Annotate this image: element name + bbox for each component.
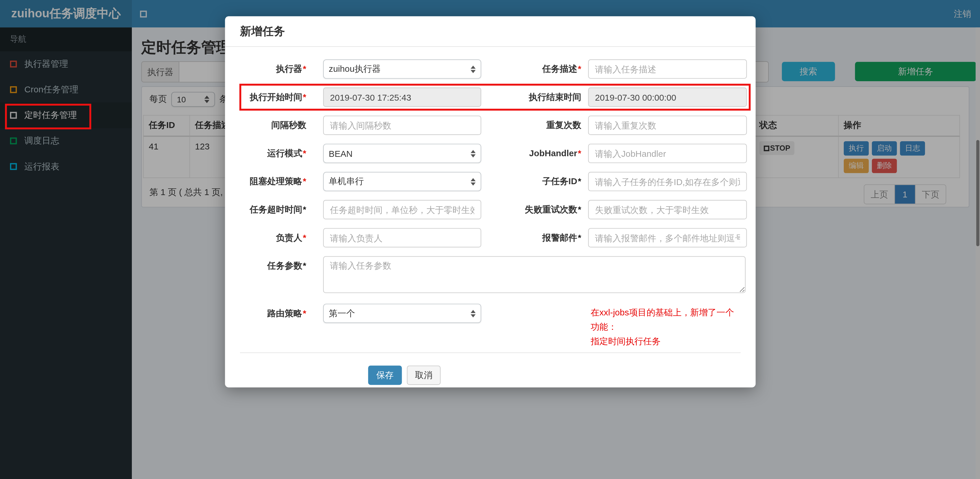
select-arrows-icon xyxy=(471,65,476,73)
log-icon xyxy=(10,137,17,144)
executor-select[interactable]: zuihou执行器 xyxy=(323,59,481,79)
next-page-button[interactable]: 下页 xyxy=(915,185,945,204)
modal-title: 新增任务 xyxy=(240,24,285,39)
required-asterisk: * xyxy=(303,64,306,74)
route-strategy-label: 路由策略* xyxy=(240,304,306,319)
log-button[interactable]: 日志 xyxy=(900,141,925,156)
sidebar-item-run-report[interactable]: 运行报表 xyxy=(0,154,132,179)
child-job-label: 子任务ID* xyxy=(498,172,581,188)
cell-actions: 执行 启动 日志 编辑 删除 xyxy=(838,136,960,178)
alarm-email-label: 报警邮件* xyxy=(498,228,581,243)
modal-body: 执行器* zuihou执行器 任务描述* 执行开始时间* 执行结束时间 间隔秒数… xyxy=(225,47,756,385)
required-asterisk: * xyxy=(578,176,581,186)
retry-input[interactable] xyxy=(588,200,747,220)
interval-input[interactable] xyxy=(323,116,481,135)
job-param-label: 任务参数* xyxy=(240,256,306,272)
report-icon xyxy=(10,163,17,170)
interval-label: 间隔秒数 xyxy=(240,116,306,131)
run-button[interactable]: 执行 xyxy=(844,141,869,156)
logout-link[interactable]: 注销 xyxy=(954,0,971,27)
end-time-label: 执行结束时间 xyxy=(498,88,581,103)
job-handler-label: JobHandler* xyxy=(498,143,581,158)
timeout-input[interactable] xyxy=(323,200,481,220)
start-time-label: 执行开始时间* xyxy=(240,88,306,103)
pagination-info: 第 1 页 ( 总共 1 页, 1 xyxy=(150,187,230,198)
sidebar-item-label: 定时任务管理 xyxy=(24,110,77,121)
sidebar-item-label: 调度日志 xyxy=(24,135,59,146)
col-actions: 操作 xyxy=(838,115,960,136)
start-time-input[interactable] xyxy=(323,88,481,107)
run-mode-select[interactable]: BEAN xyxy=(323,143,481,163)
end-time-input[interactable] xyxy=(588,88,747,107)
delete-button[interactable]: 删除 xyxy=(872,159,897,173)
sidebar-toggle-icon[interactable] xyxy=(140,11,147,18)
per-page-prefix: 每页 xyxy=(150,94,167,105)
timer-icon xyxy=(10,112,17,119)
task-desc-label: 任务描述* xyxy=(498,59,581,75)
job-param-textarea[interactable] xyxy=(323,256,746,293)
add-task-button[interactable]: 新增任务 xyxy=(855,62,976,81)
app-brand: zuihou任务调度中心 xyxy=(0,0,132,27)
sidebar-item-cron-task[interactable]: Cron任务管理 xyxy=(0,77,132,102)
edit-button[interactable]: 编辑 xyxy=(844,159,869,173)
job-handler-input[interactable] xyxy=(588,143,747,163)
select-arrows-icon xyxy=(471,178,476,185)
col-task-id: 任务ID xyxy=(143,115,189,136)
required-asterisk: * xyxy=(578,64,581,74)
stop-square-icon xyxy=(764,146,769,151)
alarm-email-input[interactable] xyxy=(588,228,747,247)
cancel-button[interactable]: 取消 xyxy=(407,365,441,385)
child-job-input[interactable] xyxy=(588,172,747,191)
current-page-button[interactable]: 1 xyxy=(894,185,915,204)
required-asterisk: * xyxy=(303,92,306,102)
page-title: 定时任务管理 xyxy=(141,37,231,57)
feature-note: 在xxl-jobs项目的基础上，新增了一个功能： 指定时间执行任务 xyxy=(591,304,741,349)
required-asterisk: * xyxy=(303,204,306,214)
sidebar-header: 导航 xyxy=(0,27,132,51)
executor-label: 执行器* xyxy=(240,59,306,75)
save-button[interactable]: 保存 xyxy=(368,365,402,385)
search-button[interactable]: 搜索 xyxy=(782,62,835,81)
start-button[interactable]: 启动 xyxy=(872,141,897,156)
prev-page-button[interactable]: 上页 xyxy=(864,185,894,204)
block-strategy-label: 阻塞处理策略* xyxy=(240,172,306,188)
block-strategy-select[interactable]: 单机串行 xyxy=(323,172,481,191)
cell-task-id: 41 xyxy=(143,136,189,178)
cell-status: STOP xyxy=(754,136,838,178)
per-page-select[interactable]: 10 xyxy=(171,92,215,107)
sidebar-item-dispatch-log[interactable]: 调度日志 xyxy=(0,128,132,154)
required-asterisk: * xyxy=(303,308,306,318)
sidebar-item-timed-task[interactable]: 定时任务管理 xyxy=(0,102,132,128)
scrollbar[interactable] xyxy=(975,27,980,479)
retry-label: 失败重试次数* xyxy=(498,200,581,216)
modal-header: 新增任务 xyxy=(225,16,756,47)
required-asterisk: * xyxy=(578,204,581,214)
sidebar: 导航 执行器管理 Cron任务管理 定时任务管理 调度日志 运行报表 xyxy=(0,27,132,479)
screen: zuihou任务调度中心 注销 导航 执行器管理 Cron任务管理 定时任务管理… xyxy=(0,0,980,479)
required-asterisk: * xyxy=(303,232,306,242)
pagination: 上页 1 下页 xyxy=(864,184,946,204)
scrollbar-thumb[interactable] xyxy=(976,140,979,246)
owner-label: 负责人* xyxy=(240,228,306,243)
timeout-label: 任务超时时间* xyxy=(240,200,306,216)
task-desc-input[interactable] xyxy=(588,59,747,79)
route-strategy-select[interactable]: 第一个 xyxy=(323,304,481,323)
run-mode-label: 运行模式* xyxy=(240,143,306,159)
owner-input[interactable] xyxy=(323,228,481,247)
executor-icon xyxy=(10,60,17,67)
select-arrows-icon xyxy=(471,150,476,157)
select-arrows-icon xyxy=(471,310,476,317)
status-badge: STOP xyxy=(759,141,795,155)
repeat-input[interactable] xyxy=(588,116,747,135)
repeat-label: 重复次数 xyxy=(498,116,581,131)
required-asterisk: * xyxy=(578,148,581,158)
modal-actions: 保存 取消 xyxy=(240,353,741,385)
cron-icon xyxy=(10,86,17,93)
sidebar-item-label: 执行器管理 xyxy=(24,59,68,70)
required-asterisk: * xyxy=(303,261,306,271)
sidebar-item-executor-manage[interactable]: 执行器管理 xyxy=(0,51,132,77)
select-arrows-icon xyxy=(204,95,209,103)
sidebar-item-label: 运行报表 xyxy=(24,161,59,172)
required-asterisk: * xyxy=(303,148,306,158)
executor-filter-label: 执行器 xyxy=(141,61,180,83)
